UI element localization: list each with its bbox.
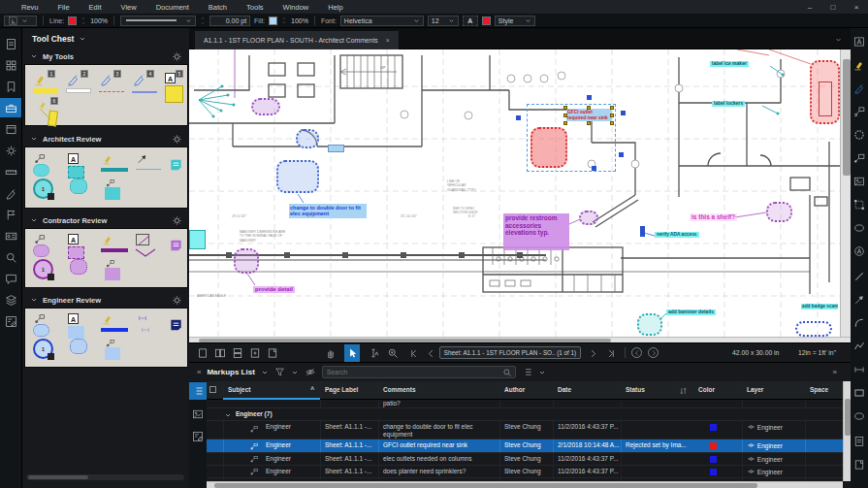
tool-text-box[interactable]: A	[68, 313, 79, 324]
tool-count-circle[interactable]: 1	[33, 339, 53, 359]
side-by-side-view-icon[interactable]	[212, 346, 228, 360]
markup-label-shelf[interactable]: is this a shelf?	[690, 213, 737, 221]
markup-label-restroom[interactable]: provide restroom accessories elevations …	[503, 213, 569, 250]
chevron-down-icon[interactable]	[261, 369, 269, 376]
tool-note[interactable]	[169, 238, 183, 253]
minimize-button[interactable]: –	[798, 0, 821, 14]
settings-tab[interactable]	[0, 141, 21, 160]
blue-square-markup[interactable]	[619, 152, 624, 157]
section-contractor-review[interactable]: Contractor Review	[22, 212, 190, 228]
fit-page-icon[interactable]	[247, 346, 263, 360]
cloud-markup-purple-3[interactable]	[766, 202, 792, 222]
tab-close-icon[interactable]: ×	[386, 37, 390, 44]
cloud-markup-red-right[interactable]	[810, 60, 840, 124]
table-horizontal-scrollbar[interactable]	[207, 481, 843, 488]
maximize-button[interactable]: □	[821, 0, 845, 14]
tool-pen-blue-line[interactable]: 4	[132, 73, 146, 86]
select-text-icon[interactable]	[366, 346, 381, 360]
menu-revu[interactable]: Revu	[12, 3, 48, 12]
tool-chest-header[interactable]: Tool Chest	[22, 28, 190, 49]
column-color[interactable]: Color	[689, 381, 742, 399]
group-row-engineer[interactable]: Engineer (7)	[207, 408, 843, 421]
table-row[interactable]: Engineer Sheet: A1.1.1 -... change to do…	[207, 421, 843, 439]
table-row[interactable]: Engineer Sheet: A1.1.1 -... elec outlets…	[207, 453, 843, 466]
image-tool[interactable]	[851, 172, 868, 191]
previous-view-icon[interactable]	[631, 347, 642, 358]
table-vertical-scrollbar[interactable]	[843, 381, 851, 481]
tool-cloud[interactable]	[70, 259, 87, 275]
arrow-tool[interactable]	[851, 290, 868, 309]
tool-yellow-callout[interactable]: 6	[35, 100, 50, 110]
markup-label-ice-maker[interactable]: label ice maker	[710, 61, 749, 67]
close-button[interactable]: ×	[845, 0, 868, 14]
menu-edit[interactable]: Edit	[80, 3, 112, 12]
thumbnails-tab[interactable]	[0, 55, 21, 75]
line-tool[interactable]	[851, 267, 868, 286]
select-tool-icon[interactable]	[344, 344, 360, 362]
line-opacity-value[interactable]: 100%	[90, 17, 108, 24]
text-box-tool[interactable]	[851, 32, 868, 51]
fill-color-swatch[interactable]	[269, 16, 277, 25]
bookmarks-tab[interactable]	[0, 77, 21, 96]
canvas-vertical-scrollbar[interactable]	[840, 49, 851, 337]
previous-page-icon[interactable]	[423, 346, 438, 360]
cloud-markup-purple-2[interactable]	[234, 248, 259, 274]
line-opacity-stepper[interactable]	[80, 16, 86, 25]
blue-square-markup[interactable]	[621, 111, 626, 115]
document-panel-icon[interactable]	[851, 432, 868, 451]
selection-handle[interactable]	[563, 121, 567, 125]
file-access-tab[interactable]	[0, 34, 21, 53]
section-my-tools[interactable]: My Tools	[22, 49, 190, 64]
tool-callout-cloud[interactable]	[33, 313, 47, 324]
flags-tab[interactable]	[0, 205, 21, 224]
column-layer[interactable]: Layer	[742, 381, 805, 399]
tool-callout-box[interactable]	[105, 179, 116, 187]
tool-cloud[interactable]	[70, 179, 87, 194]
list-view-icon[interactable]	[522, 367, 532, 377]
tool-highlight-teal[interactable]	[101, 153, 114, 165]
markups-list-view-tab[interactable]	[189, 382, 207, 400]
spaces-tab[interactable]	[0, 226, 21, 245]
stroke-width-stepper[interactable]	[200, 16, 206, 25]
highlight-chip-cyan[interactable]	[189, 230, 206, 249]
menu-file[interactable]: File	[48, 3, 80, 12]
cloud-markup-blue-large[interactable]	[276, 160, 319, 193]
first-page-icon[interactable]	[406, 346, 422, 360]
single-page-view-icon[interactable]	[195, 346, 210, 360]
tool-pen-red-line[interactable]: 3	[99, 73, 113, 86]
chevron-down-icon[interactable]	[224, 411, 232, 419]
markups-list-title[interactable]: Markups List	[207, 368, 254, 376]
table-row[interactable]: Engineer Sheet: A1.1.1 -... does planter…	[207, 466, 843, 478]
cloud-tool[interactable]	[851, 125, 868, 145]
cloud-markup-purple-4[interactable]	[579, 211, 598, 225]
studio-tab[interactable]	[0, 269, 21, 288]
eye-icon[interactable]	[747, 441, 755, 449]
menu-document[interactable]: Document	[146, 3, 199, 12]
pan-tool-icon[interactable]	[323, 346, 338, 360]
font-size-dropdown[interactable]: 12	[428, 16, 459, 26]
tool-pen-white[interactable]: 2	[66, 73, 80, 86]
dimension-tool[interactable]	[851, 360, 868, 379]
menu-tools[interactable]: Tools	[237, 3, 273, 12]
blue-square-markup[interactable]	[592, 166, 596, 171]
cloud-markup-purple[interactable]	[251, 98, 280, 115]
tool-callout-cloud[interactable]	[33, 234, 47, 244]
ellipse-stamp-tool[interactable]	[851, 218, 868, 238]
markup-summary-tab[interactable]	[0, 311, 21, 331]
tool-text-note[interactable]: A5	[165, 73, 176, 83]
stroke-width-field[interactable]: 0.00 pt	[209, 16, 250, 26]
summary-tab[interactable]	[189, 428, 207, 445]
snapshot-tool[interactable]	[851, 195, 868, 214]
tool-highlight-blue[interactable]	[101, 313, 114, 325]
eye-icon[interactable]	[747, 468, 755, 475]
column-comments[interactable]: Comments	[378, 381, 499, 399]
tool-callout-cloud[interactable]	[33, 153, 47, 164]
arc-tool[interactable]	[851, 313, 868, 333]
tool-highlight-purple[interactable]	[101, 234, 114, 245]
blue-square-markup[interactable]	[640, 226, 645, 237]
document-tab[interactable]: A1.1.1 - 1ST FLOOR PLAN - SOUTH - Archit…	[195, 31, 399, 49]
gear-icon[interactable]	[172, 295, 182, 306]
markup-label-gfci[interactable]: GFCI outlet required near sink	[566, 109, 612, 121]
markup-label-banister[interactable]: add banister details	[666, 309, 716, 315]
tool-yellow-highlight[interactable]: 1	[33, 73, 48, 86]
